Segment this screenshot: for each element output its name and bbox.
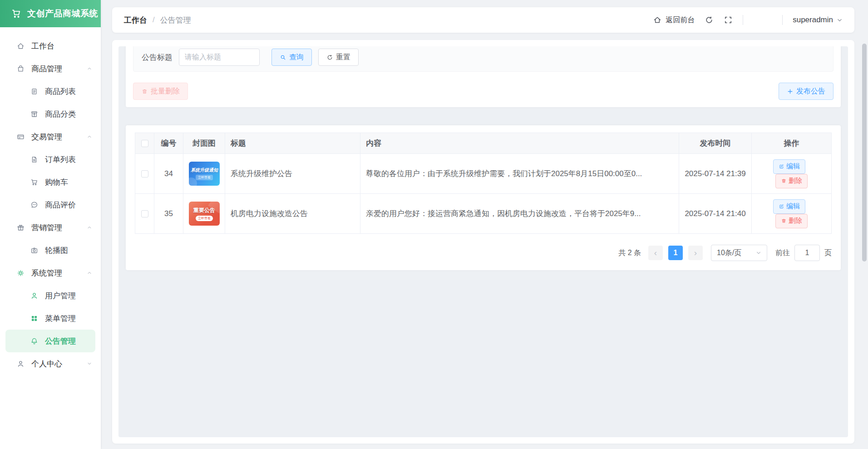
batch-delete-button[interactable]: 批量删除 <box>133 83 188 100</box>
cart-icon <box>30 178 39 187</box>
comment-icon <box>30 201 39 209</box>
user-menu[interactable]: superadmin <box>793 15 843 25</box>
sidebar-item-product-review[interactable]: 商品评价 <box>0 193 101 216</box>
sidebar-item-user-management[interactable]: 用户管理 <box>0 284 101 307</box>
sidebar-item-marketing-management[interactable]: 营销管理 <box>0 216 101 239</box>
sidebar-item-workbench[interactable]: 工作台 <box>0 35 101 57</box>
sidebar-item-trade-management[interactable]: 交易管理 <box>0 125 101 148</box>
delete-button-label: 删除 <box>789 217 802 225</box>
edit-icon <box>779 203 784 209</box>
back-to-frontend-button[interactable]: 返回前台 <box>653 15 695 25</box>
goto-page-input[interactable] <box>794 245 820 261</box>
sidebar-item-menu-management[interactable]: 菜单管理 <box>0 307 101 330</box>
cover-image-title: 系统升级通知 <box>191 167 218 173</box>
header-actions: 操作 <box>752 133 832 154</box>
cover-image-badge: 立即查看 <box>196 175 213 180</box>
grid-icon <box>30 314 39 323</box>
goto-page: 前往 页 <box>775 245 832 261</box>
select-all-checkbox[interactable] <box>141 140 148 147</box>
row-publish-time: 2025-07-14 21:39 <box>679 154 752 194</box>
delete-button[interactable]: 删除 <box>775 174 808 188</box>
sidebar-item-announcement-management[interactable]: 公告管理 <box>5 330 95 352</box>
sidebar-item-personal-center[interactable]: 个人中心 <box>0 352 101 375</box>
username: superadmin <box>793 15 833 25</box>
page-size-select[interactable]: 10条/页 <box>711 245 767 261</box>
cover-image-badge: 立即查看 <box>196 216 213 221</box>
sidebar-item-label: 商品管理 <box>31 64 80 74</box>
search-button[interactable]: 查询 <box>271 49 312 66</box>
profile-icon <box>16 360 25 368</box>
sidebar-item-label: 交易管理 <box>31 132 80 142</box>
breadcrumb-current: 公告管理 <box>160 15 191 25</box>
sidebar-item-product-list[interactable]: 商品列表 <box>0 80 101 103</box>
sidebar-item-carousel[interactable]: 轮播图 <box>0 239 101 262</box>
chevron-up-icon <box>86 65 93 72</box>
search-icon <box>280 54 286 61</box>
sidebar-item-label: 商品分类 <box>45 109 93 119</box>
publish-announcement-button[interactable]: 发布公告 <box>779 83 833 100</box>
sidebar-item-shopping-cart[interactable]: 购物车 <box>0 171 101 193</box>
header-title: 标题 <box>225 133 360 154</box>
publish-announcement-label: 发布公告 <box>796 87 825 96</box>
category-box-icon <box>30 110 39 118</box>
back-to-frontend-label: 返回前台 <box>666 15 695 25</box>
shopping-bag-icon <box>16 64 25 73</box>
breadcrumb-root[interactable]: 工作台 <box>124 15 147 25</box>
sidebar-item-product-management[interactable]: 商品管理 <box>0 57 101 80</box>
row-content: 尊敬的各位用户：由于系统升级维护需要，我们计划于2025年8月15日00:00至… <box>360 154 679 194</box>
row-checkbox[interactable] <box>141 210 148 217</box>
cart-logo-icon <box>11 8 22 19</box>
cover-image: 重要公告 立即查看 <box>189 202 220 226</box>
trash-icon <box>781 178 787 184</box>
filter-card: 公告标题 查询 重置 批量 <box>126 46 841 107</box>
refresh-icon[interactable] <box>705 15 714 25</box>
announcement-title-label: 公告标题 <box>142 52 173 63</box>
sidebar-item-label: 商品列表 <box>45 86 93 97</box>
edit-button[interactable]: 编辑 <box>773 159 805 174</box>
search-button-label: 查询 <box>289 53 304 62</box>
sidebar-item-order-list[interactable]: 订单列表 <box>0 148 101 171</box>
list-icon <box>30 87 39 96</box>
announcement-title-input[interactable] <box>179 49 260 66</box>
window-scrollbar[interactable] <box>862 0 867 449</box>
next-page-button[interactable]: › <box>688 246 703 260</box>
page-number-button[interactable]: 1 <box>668 246 683 260</box>
sidebar-item-label: 系统管理 <box>31 268 80 278</box>
row-title: 机房电力设施改造公告 <box>225 194 360 234</box>
fullscreen-icon[interactable] <box>724 15 733 25</box>
delete-button-label: 删除 <box>789 177 802 185</box>
sidebar-item-label: 轮播图 <box>45 245 93 256</box>
topbar-divider <box>743 15 743 25</box>
cover-image: 系统升级通知 立即查看 <box>189 162 220 186</box>
bell-icon <box>30 337 39 345</box>
chevron-down-icon <box>86 360 93 367</box>
content-container: 公告标题 查询 重置 批量 <box>112 40 854 444</box>
row-id: 35 <box>154 194 183 234</box>
sidebar-item-label: 个人中心 <box>31 359 80 369</box>
scrollbar-thumb[interactable] <box>862 44 867 262</box>
header-id: 编号 <box>154 133 183 154</box>
reset-button[interactable]: 重置 <box>318 49 359 66</box>
goto-label: 前往 <box>775 248 790 258</box>
header-cover: 封面图 <box>183 133 225 154</box>
sidebar-item-label: 商品评价 <box>45 200 93 210</box>
row-title: 系统升级维护公告 <box>225 154 360 194</box>
toolbar-row: 批量删除 发布公告 <box>133 83 833 100</box>
sidebar-item-system-management[interactable]: 系统管理 <box>0 262 101 284</box>
sidebar-item-product-category[interactable]: 商品分类 <box>0 103 101 125</box>
scroll-viewport[interactable]: 公告标题 查询 重置 批量 <box>118 46 848 437</box>
row-checkbox[interactable] <box>141 170 148 178</box>
edit-button[interactable]: 编辑 <box>773 199 805 214</box>
table-row: 34 系统升级通知 立即查看 系统升级维护公告 尊敬的各位用户：由于系统升级维护… <box>135 154 832 194</box>
breadcrumb: 工作台 / 公告管理 <box>124 15 191 25</box>
main-area: 工作台 / 公告管理 返回前台 superadmin <box>101 0 868 449</box>
sidebar-item-label: 公告管理 <box>45 336 87 346</box>
camera-icon <box>30 246 39 255</box>
app-root: 文创产品商城系统 工作台 商品管理 商品列表 商品分类 <box>0 0 868 449</box>
user-icon <box>30 291 39 300</box>
prev-page-button[interactable]: ‹ <box>648 246 663 260</box>
edit-button-label: 编辑 <box>786 162 800 171</box>
delete-button[interactable]: 删除 <box>775 214 808 228</box>
sidebar-item-label: 营销管理 <box>31 222 80 233</box>
chevron-down-icon <box>756 250 761 256</box>
